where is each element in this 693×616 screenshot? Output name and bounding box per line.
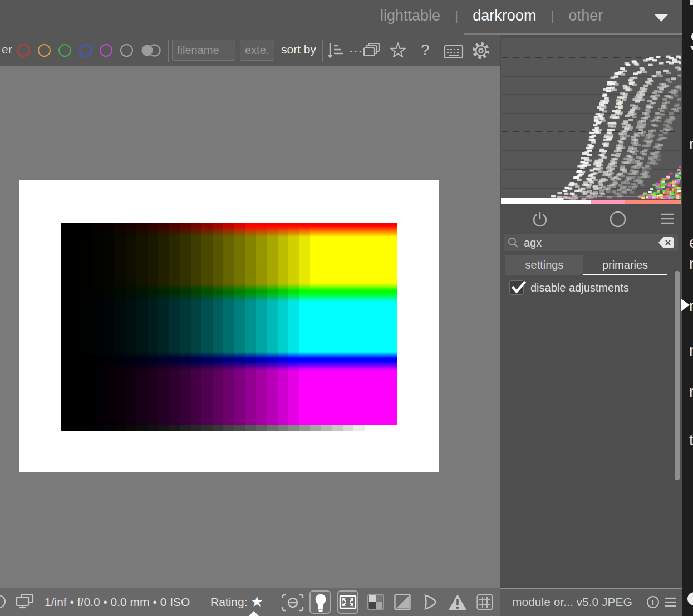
edge-letter-fragment: t <box>689 431 693 449</box>
module-order-menu-icon[interactable] <box>663 596 677 609</box>
overlays-star-icon[interactable] <box>389 40 407 60</box>
views-dropdown-caret[interactable] <box>655 14 668 22</box>
help-icon[interactable]: ? <box>421 41 430 59</box>
module-circle-icon[interactable] <box>609 210 627 228</box>
toolbar-separator <box>168 40 169 62</box>
edge-letter-fragment: S <box>689 26 693 58</box>
color-label-none[interactable] <box>120 44 133 57</box>
search-input[interactable] <box>523 236 655 250</box>
gamut-check-icon[interactable] <box>421 593 439 611</box>
sort-by-label: sort by <box>281 43 316 56</box>
tab-active-underline <box>583 274 667 275</box>
rating-star[interactable]: ★ <box>250 593 263 610</box>
bottom-bar-right: module or... v5.0 JPEG <box>500 588 682 616</box>
iso12646-button[interactable] <box>309 590 331 614</box>
histogram-waveform[interactable] <box>501 38 681 204</box>
grouping-icon[interactable] <box>362 42 382 60</box>
tab-settings[interactable]: settings <box>505 255 583 275</box>
edge-bottom-circle-fragment <box>687 592 693 605</box>
clear-search-icon[interactable] <box>658 236 675 249</box>
right-panel: settings primaries disable adjustments <box>500 35 682 588</box>
info-icon[interactable] <box>646 595 660 609</box>
panel-scrollbar[interactable] <box>675 271 680 480</box>
module-search-box[interactable] <box>504 234 678 251</box>
view-separator: | <box>551 8 554 24</box>
color-label-both-icon[interactable] <box>140 43 161 57</box>
partial-icon-fragment <box>0 595 6 608</box>
color-label-red[interactable] <box>17 44 30 57</box>
rating-label: Rating: <box>210 595 248 609</box>
view-tab-darkroom[interactable]: darkroom <box>473 7 536 24</box>
disable-adjustments-checkbox[interactable] <box>509 280 524 295</box>
presets-menu-icon[interactable] <box>660 212 675 226</box>
search-icon <box>507 236 519 249</box>
expand-icon <box>338 592 357 613</box>
color-label-yellow[interactable] <box>38 44 51 57</box>
shortcuts-keyboard-icon[interactable] <box>444 45 464 59</box>
filter-toolbar: er sort by ... ? <box>0 35 500 66</box>
edge-letter-fragment: e <box>689 234 693 252</box>
image-photo <box>19 180 439 472</box>
edge-letter-fragment: r <box>689 297 693 315</box>
view-tab-lighttable[interactable]: lighttable <box>380 7 440 24</box>
color-label-green[interactable] <box>58 44 71 57</box>
darkroom-canvas[interactable] <box>0 66 500 588</box>
filmstrip-expand-caret[interactable] <box>249 611 259 616</box>
second-window-icon[interactable] <box>367 594 384 610</box>
header-bar: lighttable | darkroom | other <box>0 0 682 35</box>
color-test-chart <box>61 223 397 431</box>
color-label-filters <box>17 44 133 57</box>
edge-letter-fragment: n <box>689 255 693 273</box>
toolbar-separator <box>322 40 323 62</box>
disable-adjustments-label[interactable]: disable adjustments <box>530 282 629 294</box>
softproof-icon[interactable] <box>394 594 411 610</box>
edge-letter-fragment: n <box>689 342 693 359</box>
overexposed-warning-icon[interactable] <box>448 593 468 611</box>
checkmark-icon <box>510 279 527 296</box>
module-order-label[interactable]: module or... v5.0 JPEG <box>512 595 632 609</box>
view-tab-other[interactable]: other <box>569 7 603 24</box>
view-separator: | <box>455 8 458 24</box>
display-profile-icon[interactable] <box>14 593 35 612</box>
preferences-gear-icon[interactable] <box>471 41 491 61</box>
filename-filter-input[interactable] <box>172 40 235 61</box>
more-options-ellipsis[interactable]: ... <box>349 39 363 56</box>
bottom-bar: 1/inf • f/0.0 • 0.0 mm • 0 ISO Rating: ★ <box>0 588 682 616</box>
color-label-purple[interactable] <box>100 44 112 57</box>
sort-order-icon[interactable] <box>326 41 345 60</box>
extension-filter-input[interactable] <box>240 40 274 61</box>
tab-primaries[interactable]: primaries <box>583 255 667 275</box>
toolbar-left-fragment: er <box>2 43 12 56</box>
module-power-icon[interactable] <box>530 210 549 229</box>
color-label-blue[interactable] <box>79 44 92 57</box>
darktable-window: lighttable | darkroom | other er sort by… <box>0 0 693 616</box>
panel-collapse-arrow[interactable] <box>681 299 690 311</box>
guides-grid-icon[interactable] <box>476 594 493 610</box>
focus-peaking-icon[interactable] <box>282 593 304 612</box>
lightbulb-icon <box>311 592 330 613</box>
exif-info: 1/inf • f/0.0 • 0.0 mm • 0 ISO <box>45 595 190 609</box>
edge-letter-fragment: n <box>689 135 693 153</box>
edge-top-fragment <box>690 0 693 5</box>
edge-letter-fragment: r <box>689 383 693 401</box>
fit-to-screen-button[interactable] <box>337 590 358 614</box>
